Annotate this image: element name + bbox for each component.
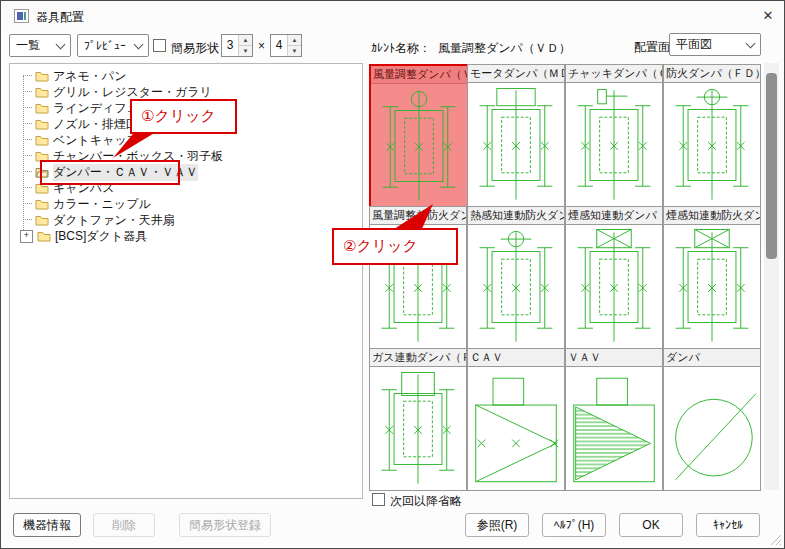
folder-icon [35, 86, 49, 98]
grid-cell-label: 風量調整兼防火ダン [370, 207, 466, 225]
placement-plane-label: 配置面 [634, 39, 670, 56]
times-label: × [258, 39, 265, 53]
tree-item-grill[interactable]: グリル・レジスター・ガラリ [10, 84, 362, 100]
gas-linked-damper-symbol [370, 367, 466, 490]
folder-icon [35, 134, 49, 146]
grid-cell-label: ＶＡＶ [566, 349, 662, 367]
grid-cell-label: チャッキダンパ（ＣＤ） [566, 65, 662, 83]
smoke-linked-damper-symbol [566, 225, 662, 348]
help-button[interactable]: ﾍﾙﾌﾟ(H) [542, 513, 606, 537]
grid-cell-gas-linked-damper[interactable]: ガス連動ダンパ（ＰＤ [369, 348, 467, 491]
grid-cell-label: 煙感知連動防火ダン [664, 207, 760, 225]
grid-cell-smoke-linked-fire-damper[interactable]: 煙感知連動防火ダン [663, 206, 761, 349]
grid-cell-label: 煙感知連動ダンパ（ [566, 207, 662, 225]
folder-icon [37, 230, 51, 242]
grid-cell-motor-damper-md[interactable]: モータダンパ（ＭＤ） [467, 64, 565, 207]
grid-cols-value: 3 [222, 35, 238, 56]
tree-item-label: キャンバス [53, 180, 114, 197]
grid-cell-damper[interactable]: ダンパ [663, 348, 761, 491]
grid-cell-volume-damper-vd[interactable]: 風量調整ダンパ（Ｖ [369, 64, 469, 209]
close-icon[interactable]: ✕ [754, 5, 782, 27]
vav-symbol [566, 367, 662, 490]
tree-expander-icon[interactable]: + [20, 230, 33, 243]
view-mode-value: 一覧 [16, 37, 40, 54]
grid-cell-fire-damper-fd[interactable]: 防火ダンパ（ＦＤ） [663, 64, 761, 207]
window-title: 器具配置 [36, 9, 84, 26]
current-name-label: ｶﾚﾝﾄ名称： [371, 40, 431, 57]
damper-symbol [664, 367, 760, 490]
simple-shape-label: 簡易形状 [171, 40, 219, 57]
tree-item-label: ベントキャップ [53, 132, 139, 149]
title-bar: 器具配置 ✕ [1, 1, 784, 31]
annotation-step2-callout: ②クリック [332, 228, 458, 265]
folder-icon [35, 70, 49, 82]
folder-icon [35, 118, 49, 130]
stepper-up-icon[interactable]: ▲ [288, 35, 301, 46]
stepper-down-icon[interactable]: ▼ [239, 46, 252, 56]
tree-item-label: チャンバー・ボックス・羽子板 [53, 148, 223, 165]
simple-shape-register-button[interactable]: 簡易形状登録 [179, 513, 271, 537]
tree-item-label: カラー・ニップル [53, 196, 151, 213]
grid-cols-stepper[interactable]: 3 ▲▼ [221, 34, 253, 57]
chevron-down-icon [56, 39, 66, 49]
grid-cell-heat-linked-fire-damper[interactable]: 熱感知連動防火ダン [467, 206, 565, 349]
annotation-step1-text: ①クリック [141, 107, 216, 126]
grid-cell-vav[interactable]: ＶＡＶ [565, 348, 663, 491]
tree-item-vent-cap[interactable]: ベントキャップ [10, 132, 362, 148]
open-folder-icon [35, 166, 49, 178]
current-name-value: 風量調整ダンパ（ＶＤ） [438, 40, 571, 57]
tree-item-label: ダンパー・ＣＡＶ・ＶＡＶ [53, 164, 198, 181]
fire-damper-fd-symbol [664, 83, 760, 206]
placement-plane-value: 平面図 [676, 36, 712, 53]
skip-next-time-checkbox[interactable] [372, 493, 385, 506]
device-info-button[interactable]: 機器情報 [13, 513, 81, 537]
grid-cell-label: ＣＡＶ [468, 349, 564, 367]
cav-symbol [468, 367, 564, 490]
delete-button[interactable]: 削除 [93, 513, 155, 537]
grid-cell-check-damper-cd[interactable]: チャッキダンパ（ＣＤ） [565, 64, 663, 207]
ok-button[interactable]: OK [619, 513, 683, 537]
tree-item-label: アネモ・パン [53, 68, 126, 85]
grid-cell-smoke-linked-damper[interactable]: 煙感知連動ダンパ（ [565, 206, 663, 349]
annotation-step2-text: ②クリック [343, 237, 418, 256]
grid-cell-cav[interactable]: ＣＡＶ [467, 348, 565, 491]
grid-scrollbar[interactable] [764, 63, 779, 490]
stepper-up-icon[interactable]: ▲ [239, 35, 252, 46]
tree-item-duct-fan[interactable]: ダクトファン・天井扇 [10, 212, 362, 228]
heat-linked-fire-damper-symbol [468, 225, 564, 348]
grid-cell-label: 風量調整ダンパ（Ｖ [371, 66, 467, 84]
tree-item-collar-nipple[interactable]: カラー・ニップル [10, 196, 362, 212]
grid-cell-label: 熱感知連動防火ダン [468, 207, 564, 225]
placement-plane-select[interactable]: 平面図 [669, 33, 761, 56]
grid-cell-label: ガス連動ダンパ（ＰＤ [370, 349, 466, 367]
tree-item-anemo[interactable]: アネモ・パン [10, 68, 362, 84]
motor-damper-md-symbol [468, 83, 564, 206]
scrollbar-thumb[interactable] [766, 73, 777, 259]
folder-icon [35, 102, 49, 114]
grid-rows-stepper[interactable]: 4 ▲▼ [270, 34, 302, 57]
tree-item-chamber[interactable]: チャンバー・ボックス・羽子板 [10, 148, 362, 164]
tree-item-label: ノズル・排煙口 [53, 116, 138, 133]
tree-item-damper-cav-vav[interactable]: ダンパー・ＣＡＶ・ＶＡＶ [10, 164, 362, 180]
tree-item-canvas[interactable]: キャンバス [10, 180, 362, 196]
view-mode-select[interactable]: 一覧 [9, 34, 71, 57]
grid-cell-label: 防火ダンパ（ＦＤ） [664, 65, 760, 83]
folder-icon [35, 150, 49, 162]
preview-mode-value: ﾌﾟﾚﾋﾞｭｰ [84, 39, 126, 53]
tree-item-label: ダクトファン・天井扇 [53, 212, 175, 229]
folder-icon [35, 182, 49, 194]
folder-icon [35, 214, 49, 226]
cancel-button[interactable]: ｷｬﾝｾﾙ [696, 513, 760, 537]
smoke-linked-fire-damper-symbol [664, 225, 760, 348]
folder-icon [35, 198, 49, 210]
grid-cell-label: ダンパ [664, 349, 760, 367]
equipment-placement-dialog: 器具配置 ✕ 一覧 ﾌﾟﾚﾋﾞｭｰ 簡易形状 3 ▲▼ × 4 ▲▼ ｶﾚﾝﾄ名… [0, 0, 785, 549]
stepper-down-icon[interactable]: ▼ [288, 46, 301, 56]
tree-item-bcs-duct[interactable]: +[BCS]ダクト器具 [10, 228, 362, 244]
volume-damper-vd-symbol [371, 84, 467, 207]
tree-item-label: グリル・レジスター・ガラリ [53, 84, 212, 101]
preview-mode-select[interactable]: ﾌﾟﾚﾋﾞｭｰ [77, 34, 149, 57]
browse-button[interactable]: 参照(R) [465, 513, 529, 537]
resize-grip[interactable] [770, 534, 782, 546]
simple-shape-checkbox[interactable] [153, 39, 166, 52]
